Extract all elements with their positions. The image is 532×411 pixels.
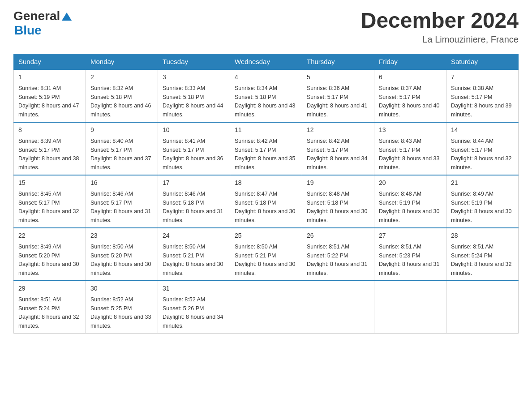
logo: General Blue [13,9,72,38]
day-info: Sunrise: 8:50 AMSunset: 5:20 PMDaylight:… [90,244,151,276]
table-row: 3 Sunrise: 8:33 AMSunset: 5:18 PMDayligh… [158,69,230,122]
day-number: 7 [451,73,514,82]
page-title: December 2024 [361,9,519,33]
day-number: 18 [235,178,297,188]
day-number: 2 [90,73,153,82]
day-info: Sunrise: 8:33 AMSunset: 5:18 PMDaylight:… [163,85,223,118]
table-row: 6 Sunrise: 8:37 AMSunset: 5:17 PMDayligh… [374,69,446,122]
day-number: 19 [307,178,369,188]
table-row [302,281,374,334]
table-row [230,281,302,334]
day-number: 25 [235,231,297,240]
calendar-table: Sunday Monday Tuesday Wednesday Thursday… [13,54,519,334]
logo-blue-text: Blue [14,23,42,38]
calendar-week-row: 8 Sunrise: 8:39 AMSunset: 5:17 PMDayligh… [14,122,519,175]
page-location: La Limouziniere, France [361,34,519,45]
table-row: 30 Sunrise: 8:52 AMSunset: 5:25 PMDaylig… [86,281,158,334]
day-info: Sunrise: 8:36 AMSunset: 5:17 PMDaylight:… [307,85,368,118]
day-info: Sunrise: 8:37 AMSunset: 5:17 PMDaylight:… [379,85,440,118]
day-number: 4 [235,73,297,82]
day-info: Sunrise: 8:34 AMSunset: 5:18 PMDaylight:… [235,85,296,118]
day-number: 30 [90,284,153,293]
col-friday: Friday [374,54,446,69]
table-row: 8 Sunrise: 8:39 AMSunset: 5:17 PMDayligh… [14,122,86,175]
col-sunday: Sunday [14,54,86,69]
day-number: 22 [18,231,81,240]
day-info: Sunrise: 8:43 AMSunset: 5:17 PMDaylight:… [379,138,440,171]
calendar-week-row: 1 Sunrise: 8:31 AMSunset: 5:19 PMDayligh… [14,69,519,122]
table-row: 14 Sunrise: 8:44 AMSunset: 5:17 PMDaylig… [446,122,519,175]
day-number: 20 [379,178,442,188]
day-info: Sunrise: 8:45 AMSunset: 5:17 PMDaylight:… [18,191,79,223]
day-number: 21 [451,178,514,188]
page-header: General Blue December 2024 La Limouzinie… [13,9,519,45]
calendar-header-row: Sunday Monday Tuesday Wednesday Thursday… [14,54,519,69]
col-tuesday: Tuesday [158,54,230,69]
table-row: 4 Sunrise: 8:34 AMSunset: 5:18 PMDayligh… [230,69,302,122]
day-info: Sunrise: 8:38 AMSunset: 5:17 PMDaylight:… [451,85,512,118]
svg-marker-0 [62,13,72,21]
day-info: Sunrise: 8:51 AMSunset: 5:22 PMDaylight:… [307,244,368,276]
day-info: Sunrise: 8:39 AMSunset: 5:17 PMDaylight:… [18,138,79,171]
table-row: 11 Sunrise: 8:42 AMSunset: 5:17 PMDaylig… [230,122,302,175]
day-number: 8 [18,125,81,135]
title-block: December 2024 La Limouziniere, France [361,9,519,45]
day-number: 14 [451,125,514,135]
day-info: Sunrise: 8:51 AMSunset: 5:24 PMDaylight:… [18,296,79,329]
day-info: Sunrise: 8:52 AMSunset: 5:26 PMDaylight:… [163,296,223,329]
day-number: 31 [163,284,225,293]
day-info: Sunrise: 8:44 AMSunset: 5:17 PMDaylight:… [451,138,512,171]
table-row: 7 Sunrise: 8:38 AMSunset: 5:17 PMDayligh… [446,69,519,122]
logo-general-text: General [13,9,60,23]
day-info: Sunrise: 8:46 AMSunset: 5:17 PMDaylight:… [90,191,151,223]
day-info: Sunrise: 8:52 AMSunset: 5:25 PMDaylight:… [90,296,151,329]
day-info: Sunrise: 8:42 AMSunset: 5:17 PMDaylight:… [235,138,296,171]
table-row: 9 Sunrise: 8:40 AMSunset: 5:17 PMDayligh… [86,122,158,175]
day-info: Sunrise: 8:42 AMSunset: 5:17 PMDaylight:… [307,138,368,171]
table-row: 23 Sunrise: 8:50 AMSunset: 5:20 PMDaylig… [86,228,158,281]
day-number: 24 [163,231,225,240]
table-row: 17 Sunrise: 8:46 AMSunset: 5:18 PMDaylig… [158,175,230,228]
day-number: 11 [235,125,297,135]
table-row: 29 Sunrise: 8:51 AMSunset: 5:24 PMDaylig… [14,281,86,334]
day-number: 27 [379,231,442,240]
day-number: 6 [379,73,442,82]
table-row: 2 Sunrise: 8:32 AMSunset: 5:18 PMDayligh… [86,69,158,122]
day-number: 17 [163,178,225,188]
table-row: 31 Sunrise: 8:52 AMSunset: 5:26 PMDaylig… [158,281,230,334]
day-info: Sunrise: 8:51 AMSunset: 5:24 PMDaylight:… [451,244,512,276]
logo-triangle-icon [62,12,72,21]
day-info: Sunrise: 8:46 AMSunset: 5:18 PMDaylight:… [163,191,223,223]
day-info: Sunrise: 8:32 AMSunset: 5:18 PMDaylight:… [90,85,151,118]
table-row: 24 Sunrise: 8:50 AMSunset: 5:21 PMDaylig… [158,228,230,281]
day-info: Sunrise: 8:50 AMSunset: 5:21 PMDaylight:… [235,244,296,276]
table-row: 5 Sunrise: 8:36 AMSunset: 5:17 PMDayligh… [302,69,374,122]
calendar-week-row: 15 Sunrise: 8:45 AMSunset: 5:17 PMDaylig… [14,175,519,228]
day-info: Sunrise: 8:50 AMSunset: 5:21 PMDaylight:… [163,244,223,276]
day-number: 15 [18,178,81,188]
table-row: 12 Sunrise: 8:42 AMSunset: 5:17 PMDaylig… [302,122,374,175]
day-number: 5 [307,73,369,82]
col-monday: Monday [86,54,158,69]
table-row: 1 Sunrise: 8:31 AMSunset: 5:19 PMDayligh… [14,69,86,122]
table-row: 15 Sunrise: 8:45 AMSunset: 5:17 PMDaylig… [14,175,86,228]
table-row [374,281,446,334]
day-info: Sunrise: 8:48 AMSunset: 5:19 PMDaylight:… [379,191,440,223]
day-info: Sunrise: 8:47 AMSunset: 5:18 PMDaylight:… [235,191,296,223]
table-row: 10 Sunrise: 8:41 AMSunset: 5:17 PMDaylig… [158,122,230,175]
table-row: 18 Sunrise: 8:47 AMSunset: 5:18 PMDaylig… [230,175,302,228]
day-info: Sunrise: 8:49 AMSunset: 5:20 PMDaylight:… [18,244,79,276]
col-thursday: Thursday [302,54,374,69]
table-row: 19 Sunrise: 8:48 AMSunset: 5:18 PMDaylig… [302,175,374,228]
table-row: 22 Sunrise: 8:49 AMSunset: 5:20 PMDaylig… [14,228,86,281]
table-row: 25 Sunrise: 8:50 AMSunset: 5:21 PMDaylig… [230,228,302,281]
day-number: 1 [18,73,81,82]
day-number: 13 [379,125,442,135]
table-row: 16 Sunrise: 8:46 AMSunset: 5:17 PMDaylig… [86,175,158,228]
day-info: Sunrise: 8:31 AMSunset: 5:19 PMDaylight:… [18,85,79,118]
table-row: 20 Sunrise: 8:48 AMSunset: 5:19 PMDaylig… [374,175,446,228]
day-number: 26 [307,231,369,240]
day-info: Sunrise: 8:51 AMSunset: 5:23 PMDaylight:… [379,244,440,276]
day-number: 23 [90,231,153,240]
table-row: 13 Sunrise: 8:43 AMSunset: 5:17 PMDaylig… [374,122,446,175]
